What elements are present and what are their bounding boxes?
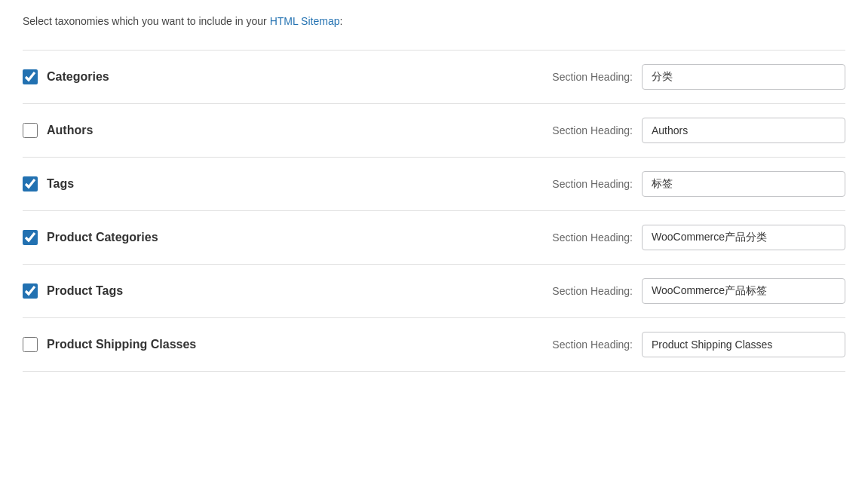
- checkbox-product-categories[interactable]: [23, 230, 38, 245]
- intro-text: Select taxonomies which you want to incl…: [23, 15, 845, 27]
- taxonomy-right-authors: Section Heading:: [552, 118, 845, 143]
- taxonomy-row-categories: CategoriesSection Heading:: [23, 50, 845, 104]
- checkbox-wrapper-authors: [23, 123, 38, 138]
- taxonomy-label-product-categories[interactable]: Product Categories: [47, 231, 158, 244]
- taxonomy-left-product-shipping-classes: Product Shipping Classes: [23, 337, 552, 352]
- checkbox-wrapper-product-categories: [23, 230, 38, 245]
- taxonomy-left-tags: Tags: [23, 176, 552, 192]
- html-sitemap-link[interactable]: HTML Sitemap: [270, 15, 340, 27]
- taxonomy-row-tags: TagsSection Heading:: [23, 158, 845, 211]
- taxonomy-row-product-tags: Product TagsSection Heading:: [23, 265, 845, 318]
- section-heading-input-product-shipping-classes[interactable]: [642, 332, 845, 357]
- checkbox-wrapper-categories: [23, 69, 38, 84]
- checkbox-wrapper-product-shipping-classes: [23, 337, 38, 352]
- taxonomy-left-product-categories: Product Categories: [23, 230, 552, 245]
- taxonomy-label-product-tags[interactable]: Product Tags: [47, 284, 123, 298]
- taxonomy-right-product-shipping-classes: Section Heading:: [552, 332, 845, 357]
- section-heading-label-authors: Section Heading:: [552, 124, 633, 136]
- taxonomy-label-authors[interactable]: Authors: [47, 124, 93, 137]
- section-heading-label-product-categories: Section Heading:: [552, 231, 633, 244]
- taxonomy-right-tags: Section Heading:: [552, 171, 845, 197]
- taxonomy-list: CategoriesSection Heading:AuthorsSection…: [23, 50, 845, 372]
- taxonomy-row-product-categories: Product CategoriesSection Heading:: [23, 211, 845, 265]
- taxonomy-left-product-tags: Product Tags: [23, 283, 552, 299]
- checkbox-product-tags[interactable]: [23, 283, 38, 299]
- taxonomy-left-authors: Authors: [23, 123, 552, 138]
- checkbox-wrapper-tags: [23, 176, 38, 192]
- checkbox-authors[interactable]: [23, 123, 38, 138]
- section-heading-label-tags: Section Heading:: [552, 178, 633, 190]
- taxonomy-left-categories: Categories: [23, 69, 552, 84]
- taxonomy-right-product-tags: Section Heading:: [552, 278, 845, 304]
- checkbox-categories[interactable]: [23, 69, 38, 84]
- taxonomy-row-authors: AuthorsSection Heading:: [23, 104, 845, 158]
- section-heading-input-product-categories[interactable]: [642, 225, 845, 250]
- taxonomy-label-tags[interactable]: Tags: [47, 177, 74, 191]
- taxonomy-right-product-categories: Section Heading:: [552, 225, 845, 250]
- section-heading-input-authors[interactable]: [642, 118, 845, 143]
- taxonomy-label-categories[interactable]: Categories: [47, 70, 109, 84]
- section-heading-label-categories: Section Heading:: [552, 71, 633, 83]
- checkbox-product-shipping-classes[interactable]: [23, 337, 38, 352]
- taxonomy-row-product-shipping-classes: Product Shipping ClassesSection Heading:: [23, 318, 845, 372]
- section-heading-label-product-shipping-classes: Section Heading:: [552, 339, 633, 351]
- taxonomy-right-categories: Section Heading:: [552, 64, 845, 90]
- checkbox-tags[interactable]: [23, 176, 38, 192]
- section-heading-input-categories[interactable]: [642, 64, 845, 90]
- section-heading-label-product-tags: Section Heading:: [552, 285, 633, 297]
- section-heading-input-tags[interactable]: [642, 171, 845, 197]
- section-heading-input-product-tags[interactable]: [642, 278, 845, 304]
- checkbox-wrapper-product-tags: [23, 283, 38, 299]
- taxonomy-label-product-shipping-classes[interactable]: Product Shipping Classes: [47, 338, 196, 351]
